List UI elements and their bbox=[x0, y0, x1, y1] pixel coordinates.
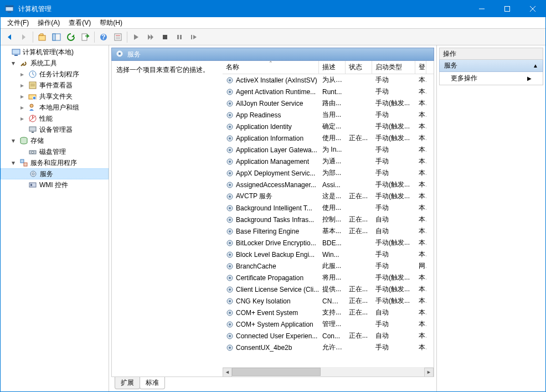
tree-disk-mgmt[interactable]: 磁盘管理 bbox=[1, 146, 109, 157]
refresh-button[interactable] bbox=[64, 30, 78, 44]
service-row[interactable]: COM+ System Application管理...手动本 bbox=[223, 318, 434, 330]
service-row[interactable]: Application Management为通...手动本 bbox=[223, 156, 434, 167]
cell-desc: 此服... bbox=[319, 261, 346, 271]
forward-button[interactable] bbox=[17, 30, 30, 44]
service-row[interactable]: Agent Activation Runtime...Runt...手动本 bbox=[223, 86, 434, 97]
tree-label: 存储 bbox=[30, 136, 44, 146]
cell-logon: 本 bbox=[415, 273, 426, 282]
tree-services[interactable]: 服务 bbox=[1, 168, 109, 179]
show-hide-tree-button[interactable] bbox=[50, 30, 63, 44]
tree-root[interactable]: 计算机管理(本地) bbox=[1, 47, 109, 58]
chevron-right-icon[interactable]: ▸ bbox=[18, 81, 26, 89]
actions-sub-header[interactable]: 服务 ▲ bbox=[439, 60, 543, 72]
scroll-track[interactable] bbox=[232, 368, 424, 377]
scroll-thumb[interactable] bbox=[232, 368, 321, 376]
chevron-right-icon[interactable]: ▸ bbox=[18, 115, 26, 122]
svg-point-69 bbox=[229, 207, 231, 209]
service-row[interactable]: Block Level Backup Engi...Win...手动本 bbox=[223, 249, 434, 260]
cell-name: Block Level Backup Engi... bbox=[223, 251, 319, 259]
toolbar-separator bbox=[127, 32, 127, 43]
help-button[interactable]: ? bbox=[97, 30, 110, 44]
service-row[interactable]: App Readiness当用...手动本 bbox=[223, 109, 434, 121]
service-row[interactable]: ActiveX Installer (AxInstSV)为从 ...手动本 bbox=[223, 74, 434, 86]
maximize-button[interactable] bbox=[495, 1, 520, 17]
tree-label: 本地用户和组 bbox=[39, 103, 79, 112]
actions-more[interactable]: 更多操作 ▶ bbox=[439, 72, 543, 85]
tree-system-tools[interactable]: ▾ 系统工具 bbox=[1, 58, 109, 69]
service-row[interactable]: Application Layer Gatewa...为 In...手动本 bbox=[223, 144, 434, 156]
menu-action[interactable]: 操作(A) bbox=[33, 17, 64, 29]
close-button[interactable] bbox=[520, 1, 545, 17]
service-row[interactable]: COM+ Event System支持...正在...自动本 bbox=[223, 307, 434, 318]
export-button[interactable] bbox=[79, 30, 92, 44]
tree-panel[interactable]: 计算机管理(本地) ▾ 系统工具 ▸ 任务计划程序 ▸ 事件查看器 ▸ 共享文件… bbox=[1, 45, 109, 391]
play-next-button[interactable] bbox=[144, 30, 157, 44]
chevron-right-icon[interactable]: ▸ bbox=[18, 70, 26, 78]
tree-event-viewer[interactable]: ▸ 事件查看器 bbox=[1, 80, 109, 91]
tree-shared-folders[interactable]: ▸ 共享文件夹 bbox=[1, 91, 109, 102]
column-logon-as[interactable]: 登 bbox=[415, 61, 426, 74]
service-row[interactable]: AVCTP 服务这是...正在...手动(触发...本 bbox=[223, 190, 434, 202]
collapse-icon[interactable]: ▲ bbox=[533, 63, 538, 69]
tab-standard[interactable]: 标准 bbox=[140, 377, 165, 389]
service-row[interactable]: AllJoyn Router Service路由...手动(触发...本 bbox=[223, 97, 434, 109]
cell-status: 正在... bbox=[346, 296, 372, 306]
svg-rect-10 bbox=[82, 34, 87, 40]
toolbar-separator bbox=[94, 32, 95, 43]
column-startup-type[interactable]: 启动类型 bbox=[372, 61, 415, 74]
tree-wmi[interactable]: WMI 控件 bbox=[1, 179, 109, 190]
tree-label: 事件查看器 bbox=[39, 81, 73, 90]
cell-desc: 基本... bbox=[319, 226, 346, 236]
scroll-right-button[interactable]: ► bbox=[424, 368, 434, 377]
menu-help[interactable]: 帮助(H) bbox=[95, 17, 127, 29]
list-rows[interactable]: ActiveX Installer (AxInstSV)为从 ...手动本Age… bbox=[223, 74, 434, 367]
restart-button[interactable] bbox=[187, 30, 200, 44]
tab-extended[interactable]: 扩展 bbox=[115, 377, 140, 389]
actions-panel: 操作 服务 ▲ 更多操作 ▶ bbox=[437, 45, 545, 391]
service-row[interactable]: BranchCache此服...手动网 bbox=[223, 260, 434, 272]
chevron-down-icon[interactable]: ▾ bbox=[9, 137, 17, 145]
service-row[interactable]: Background Intelligent T...使用...手动本 bbox=[223, 202, 434, 214]
service-row[interactable]: BitLocker Drive Encryptio...BDE...手动(触发.… bbox=[223, 237, 434, 249]
minimize-button[interactable] bbox=[469, 1, 495, 17]
column-status[interactable]: 状态 bbox=[346, 61, 372, 74]
tree-storage[interactable]: ▾ 存储 bbox=[1, 135, 109, 146]
svg-rect-43 bbox=[30, 184, 32, 186]
menu-view[interactable]: 查看(V) bbox=[64, 17, 95, 29]
svg-point-65 bbox=[229, 184, 231, 186]
play-button[interactable] bbox=[130, 30, 143, 44]
column-description[interactable]: 描述 bbox=[319, 61, 346, 74]
chevron-right-icon[interactable]: ▸ bbox=[18, 92, 26, 100]
service-row[interactable]: Certificate Propagation将用...手动(触发...本 bbox=[223, 272, 434, 283]
horizontal-scrollbar[interactable]: ◄ ► bbox=[223, 367, 434, 376]
up-button[interactable] bbox=[35, 30, 49, 44]
svg-point-47 bbox=[229, 79, 231, 81]
stop-button[interactable] bbox=[158, 30, 172, 44]
service-row[interactable]: Client License Service (Cli...提供...正在...… bbox=[223, 283, 434, 295]
service-row[interactable]: Background Tasks Infras...控制...正在...自动本 bbox=[223, 214, 434, 225]
column-name[interactable]: 名称⌃ bbox=[223, 61, 319, 74]
tree-services-apps[interactable]: ▾ 服务和应用程序 bbox=[1, 157, 109, 168]
chevron-right-icon[interactable]: ▸ bbox=[18, 104, 26, 111]
service-row[interactable]: Base Filtering Engine基本...正在...自动本 bbox=[223, 225, 434, 237]
properties-button[interactable] bbox=[111, 30, 125, 44]
center-panel: 服务 选择一个项目来查看它的描述。 名称⌃ 描述 状态 启动类型 登 Activ… bbox=[109, 45, 437, 391]
menu-file[interactable]: 文件(F) bbox=[3, 17, 33, 29]
pause-button[interactable] bbox=[173, 30, 186, 44]
service-row[interactable]: ConsentUX_4be2b允许 ...手动本 bbox=[223, 342, 434, 353]
service-row[interactable]: Application Information使用...正在...手动(触发..… bbox=[223, 132, 434, 144]
service-row[interactable]: AssignedAccessManager...Assi...手动(触发...本 bbox=[223, 179, 434, 190]
tree-device-manager[interactable]: 设备管理器 bbox=[1, 124, 109, 135]
chevron-down-icon[interactable]: ▾ bbox=[9, 59, 17, 67]
back-button[interactable] bbox=[3, 30, 16, 44]
tree-local-users[interactable]: ▸ 本地用户和组 bbox=[1, 102, 109, 113]
service-row[interactable]: CNG Key IsolationCNG...正在...手动(触发...本 bbox=[223, 295, 434, 307]
chevron-down-icon[interactable]: ▾ bbox=[9, 159, 17, 167]
service-row[interactable]: Application Identity确定...手动(触发...本 bbox=[223, 121, 434, 132]
service-row[interactable]: Connected User Experien...Con...正在...自动本 bbox=[223, 330, 434, 342]
tree-task-scheduler[interactable]: ▸ 任务计划程序 bbox=[1, 69, 109, 80]
service-row[interactable]: AppX Deployment Servic...为部...手动本 bbox=[223, 167, 434, 179]
scroll-left-button[interactable]: ◄ bbox=[223, 368, 232, 377]
tree-performance[interactable]: ▸ 性能 bbox=[1, 113, 109, 124]
svg-point-83 bbox=[229, 288, 231, 291]
